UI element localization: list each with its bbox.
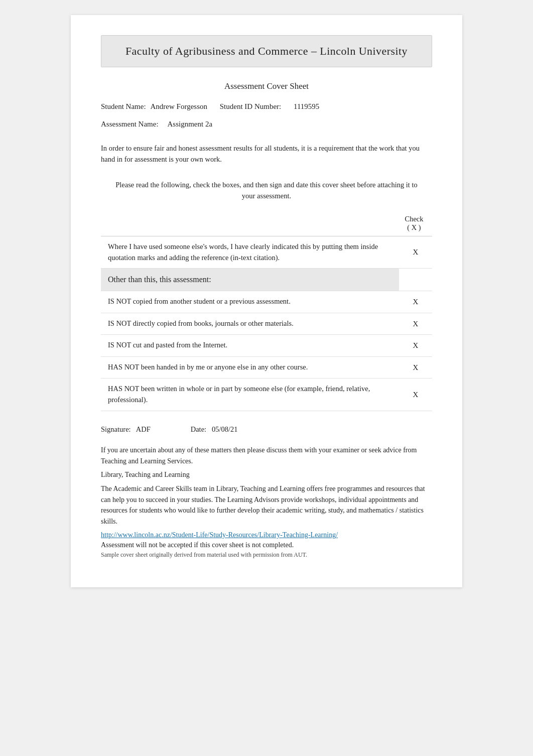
section-title: Assessment Cover Sheet xyxy=(101,81,432,91)
footer-line2: Library, Teaching and Learning xyxy=(101,469,432,480)
footer-para1: If you are uncertain about any of these … xyxy=(101,445,432,466)
checklist-cell-text-4: IS NOT cut and pasted from the Internet. xyxy=(101,335,399,357)
footer-small: Sample cover sheet originally derived fr… xyxy=(101,550,432,560)
student-name-label: Student Name: xyxy=(101,102,146,110)
date-value: 05/08/21 xyxy=(212,425,238,433)
checklist-row-3: IS NOT directly copied from books, journ… xyxy=(101,313,432,335)
checklist-cell-check-3: X xyxy=(399,313,432,335)
header-box: Faculty of Agribusiness and Commerce – L… xyxy=(101,35,432,67)
checklist-cell-text-6: HAS NOT been written in whole or in part… xyxy=(101,379,399,411)
footer-link[interactable]: http://www.lincoln.ac.nz/Student-Life/St… xyxy=(101,531,338,539)
checklist-cell-text-0: Where I have used someone else's words, … xyxy=(101,236,399,269)
assessment-name-row: Assessment Name: Assignment 2a xyxy=(101,120,432,129)
checklist-row-6: HAS NOT been written in whole or in part… xyxy=(101,379,432,411)
date-label-text: Date: 05/08/21 xyxy=(191,425,238,434)
checklist-cell-check-0: X xyxy=(399,236,432,269)
checklist-cell-text-2: IS NOT copied from another student or a … xyxy=(101,291,399,313)
checklist-cell-check-6: X xyxy=(399,379,432,411)
assessment-name-value: Assignment 2a xyxy=(168,120,213,128)
checklist-cell-text-5: HAS NOT been handed in by me or anyone e… xyxy=(101,356,399,379)
checklist-row-2: IS NOT copied from another student or a … xyxy=(101,291,432,313)
signature-label-text: Signature: ADF xyxy=(101,425,151,434)
footer-bold: Assessment will not be accepted if this … xyxy=(101,541,432,549)
student-info-row: Student Name: Andrew Forgesson Student I… xyxy=(101,102,432,111)
checklist-cell-text-1: Other than this, this assessment: xyxy=(101,269,399,291)
checklist-row-0: Where I have used someone else's words, … xyxy=(101,236,432,269)
assessment-name-label: Assessment Name: xyxy=(101,120,159,128)
checklist-label-header xyxy=(101,211,399,236)
checklist-table: Check ( X ) Where I have used someone el… xyxy=(101,211,432,411)
checklist-row-4: IS NOT cut and pasted from the Internet.… xyxy=(101,335,432,357)
student-name-value: Andrew Forgesson xyxy=(151,102,207,110)
checklist-cell-check-1 xyxy=(399,269,432,291)
checklist-cell-check-2: X xyxy=(399,291,432,313)
checklist-row-5: HAS NOT been handed in by me or anyone e… xyxy=(101,356,432,379)
checklist-cell-text-3: IS NOT directly copied from books, journ… xyxy=(101,313,399,335)
checklist-cell-check-4: X xyxy=(399,335,432,357)
signature-value: ADF xyxy=(136,425,151,433)
student-id-label: Student ID Number: xyxy=(220,102,281,110)
page: Faculty of Agribusiness and Commerce – L… xyxy=(71,15,462,587)
faculty-title: Faculty of Agribusiness and Commerce – L… xyxy=(111,45,422,58)
body-paragraph: In order to ensure fair and honest asses… xyxy=(101,143,432,165)
checklist-row-1: Other than this, this assessment: xyxy=(101,269,432,291)
signature-row: Signature: ADF Date: 05/08/21 xyxy=(101,425,432,434)
checklist-check-header: Check ( X ) xyxy=(399,211,432,236)
instruction-text: Please read the following, check the box… xyxy=(101,179,432,202)
footer-para2: The Academic and Career Skills team in L… xyxy=(101,483,432,527)
student-id-value: 1119595 xyxy=(294,102,319,110)
checklist-cell-check-5: X xyxy=(399,356,432,379)
